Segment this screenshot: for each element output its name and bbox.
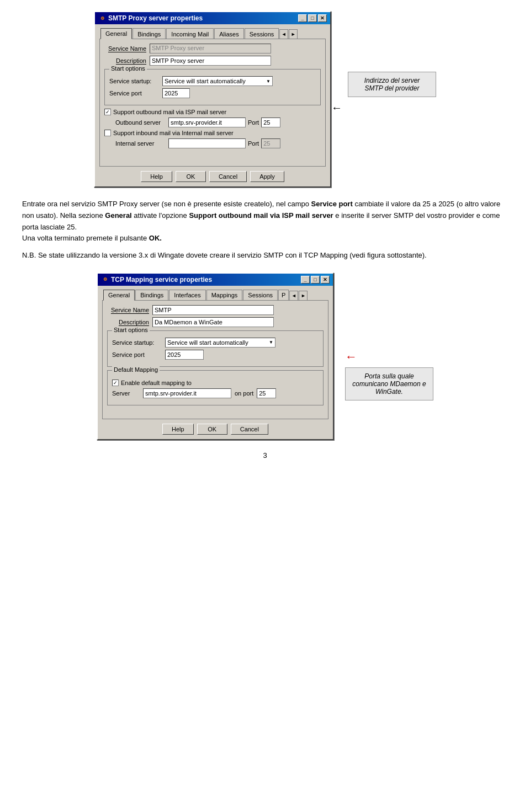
dialog2-service-port-row: Service port <box>112 350 319 360</box>
dialog2-ok-button[interactable]: OK <box>197 424 227 435</box>
apply-button[interactable]: Apply <box>250 171 284 182</box>
port2-input <box>261 138 280 148</box>
para3-text: N.B. Se state ulilizzando la versione 3.… <box>22 251 427 259</box>
dialog2-service-startup-row: Service startup: Service will start auto… <box>112 338 319 348</box>
dialog2-buttons: Help OK Cancel <box>102 424 328 435</box>
para2-text: Una volta terminato premete il pulsante <box>22 234 149 242</box>
default-mapping-title: Default Mapping <box>112 366 160 373</box>
dialog2-title: TCP Mapping service properties <box>111 276 212 284</box>
service-port-input[interactable] <box>162 88 190 98</box>
tcp-mapping-dialog: ⚙ TCP Mapping service properties _ □ ✕ G… <box>97 273 334 440</box>
port-label: Port <box>248 119 259 126</box>
dialog2-tab-interfaces[interactable]: Interfaces <box>169 290 205 301</box>
dialog2-description-row: Description <box>107 317 324 327</box>
dialog2-tab-bindings[interactable]: Bindings <box>135 290 168 301</box>
dialog2-service-name-row: Service Name <box>107 305 324 315</box>
service-startup-label: Service startup: <box>109 78 159 84</box>
dialog2-service-startup-value: Service will start automatically <box>167 339 248 346</box>
dialog2-cancel-button[interactable]: Cancel <box>231 424 268 435</box>
outbound-checkbox-row: ✓ Support outbound mail via ISP mail ser… <box>104 109 321 115</box>
dialog2-close-btn[interactable]: ✕ <box>321 276 330 284</box>
dialog2-service-name-input[interactable] <box>152 305 274 315</box>
dialog2-tab-nav-right[interactable]: ► <box>299 291 308 301</box>
description-row: Description <box>104 56 321 66</box>
outbound-server-label: Outbound server <box>115 119 165 126</box>
description-label: Description <box>104 57 146 64</box>
outbound-checkbox[interactable]: ✓ <box>104 109 111 115</box>
smtp-proxy-dialog: ⚙ SMTP Proxy server properties _ □ ✕ Gen… <box>94 11 331 188</box>
dialog1-titlebar: ⚙ SMTP Proxy server properties _ □ ✕ <box>95 12 330 24</box>
default-mapping-group: Default Mapping ✓ Enable default mapping… <box>107 370 324 405</box>
tab-bindings[interactable]: Bindings <box>132 28 166 39</box>
start-options-group: Start options Service startup: Service w… <box>104 69 321 105</box>
server-input[interactable] <box>143 388 231 398</box>
port2-label: Port <box>248 140 259 147</box>
service-name-label: Service Name <box>104 45 146 52</box>
dialog2-titlebar: ⚙ TCP Mapping service properties _ □ ✕ <box>98 274 333 286</box>
callout1-box: Indirizzo del server SMTP del provider <box>348 72 436 97</box>
server-row: Server on port <box>112 388 319 398</box>
enable-checkbox[interactable]: ✓ <box>112 380 119 386</box>
dialog1-icon: ⚙ <box>98 14 106 22</box>
tab-aliases[interactable]: Aliases <box>214 28 243 39</box>
dialog2-tab-mappings[interactable]: Mappings <box>206 290 243 301</box>
enable-checkbox-label: Enable default mapping to <box>121 380 192 386</box>
callout2-text: Porta sulla quale comunicano MDaemon e W… <box>352 372 426 396</box>
para1-cont2: attivate l'opzione <box>132 211 189 220</box>
service-port-label: Service port <box>109 90 159 97</box>
port-input[interactable] <box>261 117 280 127</box>
tab-general[interactable]: General <box>100 28 132 39</box>
enable-checkbox-row: ✓ Enable default mapping to <box>112 380 319 386</box>
dialog2-service-name-label: Service Name <box>107 307 149 313</box>
ok-button[interactable]: OK <box>176 171 206 182</box>
dialog1-buttons: Help OK Cancel Apply <box>99 171 326 182</box>
para1-bold2: General <box>105 211 131 220</box>
dialog2-service-startup-select[interactable]: Service will start automatically ▼ <box>165 338 275 348</box>
service-startup-value: Service will start automatically <box>165 78 246 84</box>
internal-server-input[interactable] <box>168 138 246 148</box>
dialog2-service-startup-label: Service startup: <box>112 339 162 346</box>
dialog2-tab-p[interactable]: P <box>278 290 289 301</box>
cancel-button[interactable]: Cancel <box>209 171 247 182</box>
service-port-row: Service port <box>109 88 316 98</box>
internal-server-label: Internal server <box>115 140 165 147</box>
maximize-btn[interactable]: □ <box>308 14 317 22</box>
tab-sessions[interactable]: Sessions <box>245 28 279 39</box>
dialog2-tab-general[interactable]: General <box>103 290 135 301</box>
callout1-arrow: ← <box>331 101 342 114</box>
dialog2-service-port-input[interactable] <box>165 350 204 360</box>
close-btn[interactable]: ✕ <box>318 14 327 22</box>
internal-server-row: Internal server Port <box>115 138 321 148</box>
service-name-input: SMTP Proxy server <box>150 44 271 54</box>
dialog2-description-input[interactable] <box>152 317 274 327</box>
tab-incoming-mail[interactable]: Incoming Mail <box>166 28 214 39</box>
dialog2-start-options-title: Start options <box>112 327 150 333</box>
description-input[interactable] <box>150 56 271 66</box>
tab-content: Service Name SMTP Proxy server Descripti… <box>99 39 326 167</box>
titlebar-controls: _ □ ✕ <box>298 14 327 22</box>
inbound-checkbox[interactable] <box>104 130 111 136</box>
dialog2-minimize-btn[interactable]: _ <box>301 276 310 284</box>
page-number: 3 <box>22 451 508 460</box>
callout2-arrow-row: ← <box>345 350 359 364</box>
dialog2-maximize-btn[interactable]: □ <box>311 276 320 284</box>
server-label: Server <box>112 390 140 397</box>
callout2-arrow: ← <box>345 350 357 364</box>
outbound-server-input[interactable] <box>168 117 246 127</box>
on-port-label: on port <box>235 390 253 397</box>
dialog2-tab-sessions[interactable]: Sessions <box>243 290 278 301</box>
inbound-checkbox-label: Support inbound mail via Internal mail s… <box>113 130 234 136</box>
service-startup-select[interactable]: Service will start automatically ▼ <box>162 76 273 86</box>
tab-nav-right[interactable]: ► <box>289 29 298 39</box>
para1-bold3: Support outbound mail via ISP mail serve… <box>189 211 333 220</box>
help-button[interactable]: Help <box>141 171 172 182</box>
on-port-input[interactable] <box>257 388 276 398</box>
dialog2-tab-nav-left[interactable]: ◄ <box>289 291 298 301</box>
body-text: Entrate ora nel servizio SMTP Proxy serv… <box>22 199 508 261</box>
dialog2-icon: ⚙ <box>101 276 109 284</box>
tab-nav-left[interactable]: ◄ <box>279 29 288 39</box>
minimize-btn[interactable]: _ <box>298 14 307 22</box>
dialog2-service-port-label: Service port <box>112 351 162 358</box>
dialog2-help-button[interactable]: Help <box>162 424 194 435</box>
para1-text: Entrate ora nel servizio SMTP Proxy serv… <box>22 200 311 208</box>
